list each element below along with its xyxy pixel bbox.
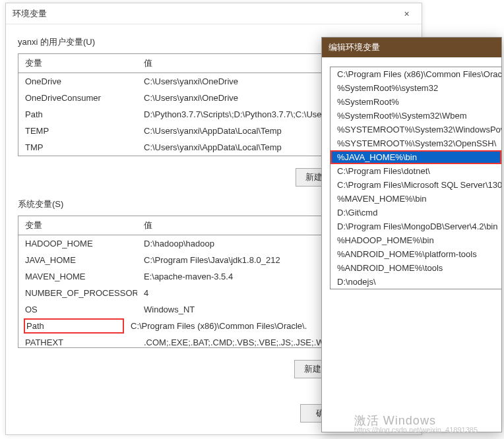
path-entry[interactable]: %SystemRoot% [331, 95, 501, 109]
var-name: MAVEN_HOME [18, 270, 137, 283]
path-entry[interactable]: %SYSTEMROOT%\System32\OpenSSH\ [331, 136, 501, 150]
path-entry[interactable]: %MAVEN_HOME%\bin [331, 192, 501, 206]
var-name: PATHEXT [18, 336, 137, 347]
col-variable[interactable]: 变量 [18, 54, 137, 73]
var-name: OneDriveConsumer [18, 92, 137, 104]
path-entry[interactable]: %SystemRoot%\system32 [331, 81, 501, 95]
path-entry[interactable]: D:\nodejs\ [331, 275, 501, 289]
path-entry[interactable]: %ANDROID_HOME%\platform-tools [331, 247, 501, 261]
var-name: NUMBER_OF_PROCESSORS [18, 287, 137, 299]
var-name: HADOOP_HOME [18, 237, 137, 250]
var-name: Path [18, 108, 137, 121]
path-entry[interactable]: %JAVA_HOME%\bin [331, 150, 501, 164]
dialog-title: 环境变量 [13, 9, 47, 18]
close-button[interactable]: × [392, 3, 422, 24]
var-name: Path [24, 318, 124, 334]
var-name: JAVA_HOME [18, 254, 137, 266]
path-entry[interactable]: %HADOOP_HOME%\bin [331, 233, 501, 247]
path-entry[interactable]: D:\Program Files\MongoDB\Server\4.2\bin [331, 220, 501, 233]
edit-env-var-dialog: 编辑环境变量 C:\Program Files (x86)\Common Fil… [321, 37, 502, 432]
edit-dialog-title: 编辑环境变量 [322, 38, 501, 57]
var-name: OS [18, 303, 137, 316]
path-entry[interactable]: %ANDROID_HOME%\tools [331, 261, 501, 275]
path-entry[interactable]: C:\Program Files\dotnet\ [331, 164, 501, 178]
var-name: TMP [18, 141, 137, 154]
path-entry[interactable]: C:\Program Files (x86)\Common Files\Orac… [331, 67, 501, 81]
edit-dialog-body: C:\Program Files (x86)\Common Files\Orac… [322, 57, 501, 296]
col-variable[interactable]: 变量 [18, 216, 137, 235]
path-entries-list[interactable]: C:\Program Files (x86)\Common Files\Orac… [330, 67, 501, 289]
dialog-titlebar: 环境变量 × [6, 3, 422, 24]
path-entry[interactable]: %SystemRoot%\System32\Wbem [331, 109, 501, 123]
var-name: OneDrive [18, 75, 137, 88]
path-entry[interactable]: %SYSTEMROOT%\System32\WindowsPowerS [331, 123, 501, 136]
path-entry[interactable]: C:\Program Files\Microsoft SQL Server\13… [331, 178, 501, 192]
var-name: TEMP [18, 125, 137, 137]
path-entry[interactable]: D:\Git\cmd [331, 206, 501, 220]
